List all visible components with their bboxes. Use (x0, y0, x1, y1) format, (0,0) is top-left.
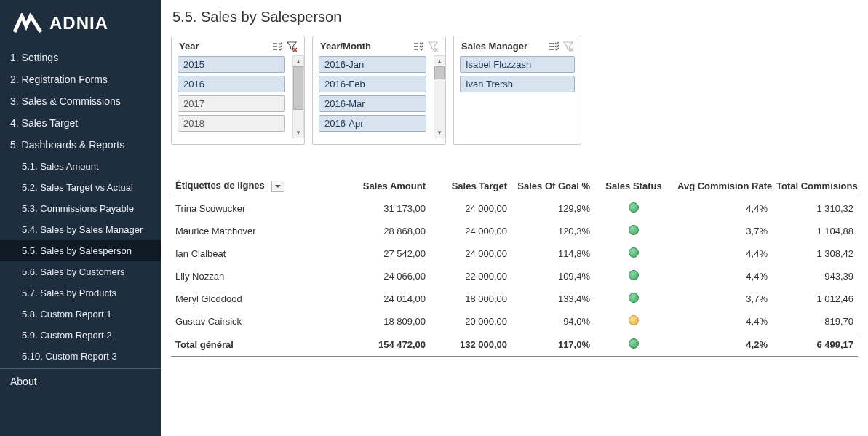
table-row[interactable]: Ian Clalbeat27 542,0024 000,00114,8%4,4%… (171, 242, 858, 265)
slicer-option[interactable]: 2017 (178, 95, 285, 112)
scroll-down-icon[interactable]: ▼ (434, 127, 445, 138)
cell-goal: 129,9% (511, 197, 594, 220)
slicer-mgr-title: Sales Manager (461, 41, 527, 52)
cell-status (594, 288, 673, 310)
cell-target: 24 000,00 (430, 242, 511, 265)
slicer-manager: Sales Manager Isabel FlozzashIvan Trersh (453, 36, 581, 145)
slicer-option[interactable]: 2016-Apr (319, 115, 426, 132)
cell-status (594, 220, 673, 242)
col-row-labels[interactable]: Étiquettes de lignes (171, 175, 331, 197)
cell-comm: 1 104,88 (772, 220, 858, 242)
scroll-up-icon[interactable]: ▲ (293, 56, 303, 66)
clear-filter-icon[interactable] (563, 41, 573, 52)
col-comm-rate[interactable]: Avg Commision Rate (673, 175, 772, 197)
cell-goal: 114,8% (511, 242, 594, 265)
cell-goal: 120,3% (511, 220, 594, 242)
cell-comm: 819,70 (772, 310, 858, 333)
nav-subitem[interactable]: 5.7. Sales by Products (0, 282, 161, 304)
cell-target: 22 000,00 (430, 265, 511, 288)
slicer-option[interactable]: 2016-Jan (319, 56, 426, 73)
cell-goal: 94,0% (511, 310, 594, 333)
clear-filter-icon[interactable] (287, 41, 297, 52)
nav-item[interactable]: 2. Registration Forms (0, 68, 161, 90)
cell-target: 20 000,00 (430, 310, 511, 333)
multiselect-icon[interactable] (272, 41, 282, 52)
nav-subitem[interactable]: 5.8. Custom Report 1 (0, 304, 161, 325)
status-dot-icon (629, 338, 639, 349)
pivot-table: Étiquettes de lignes Sales Amount Sales … (161, 175, 868, 357)
nav-subitem[interactable]: 5.2. Sales Target vs Actual (0, 177, 161, 198)
multiselect-icon[interactable] (549, 41, 559, 52)
nav-subitem[interactable]: 5.1. Sales Amount (0, 156, 161, 177)
slicer-year-title: Year (179, 41, 199, 52)
cell-target: 24 000,00 (430, 220, 511, 242)
cell-status (594, 197, 673, 220)
slicer-option[interactable]: 2016 (178, 76, 285, 92)
nav-subitem[interactable]: 5.9. Custom Report 2 (0, 325, 161, 346)
slicer-ym-title: Year/Month (320, 41, 371, 52)
cell-goal: 109,4% (511, 265, 594, 288)
cell-amount: 31 173,00 (331, 197, 430, 220)
multiselect-icon[interactable] (413, 41, 423, 52)
slicer-year-scrollbar[interactable]: ▲ ▼ (292, 55, 304, 138)
col-sales-amount[interactable]: Sales Amount (331, 175, 430, 197)
scroll-down-icon[interactable]: ▼ (293, 127, 303, 138)
logo-icon (13, 13, 42, 33)
cell-comm: 1 308,42 (772, 242, 858, 265)
cell-rate: 4,4% (673, 265, 772, 288)
nav-item[interactable]: 3. Sales & Commissions (0, 90, 161, 112)
nav-subitem[interactable]: 5.6. Sales by Customers (0, 261, 161, 282)
cell-name: Ian Clalbeat (171, 242, 331, 265)
table-row[interactable]: Lily Nozzan24 066,0022 000,00109,4%4,4%9… (171, 265, 858, 288)
table-total-row: Total général154 472,00132 000,00117,0%4… (171, 333, 858, 356)
cell-goal: 133,4% (511, 288, 594, 310)
cell-amount: 18 809,00 (331, 310, 430, 333)
nav-subitem[interactable]: 5.4. Sales by Sales Manager (0, 219, 161, 240)
table-row[interactable]: Gustav Cairsick18 809,0020 000,0094,0%4,… (171, 310, 858, 333)
cell-amount: 24 066,00 (331, 265, 430, 288)
filter-dropdown-icon[interactable] (271, 181, 284, 192)
table-row[interactable]: Trina Scowucker31 173,0024 000,00129,9%4… (171, 197, 858, 220)
slicer-row: Year 2015201620172018 ▲ ▼ Year/Month (161, 36, 868, 152)
cell-rate: 3,7% (673, 220, 772, 242)
slicer-option[interactable]: 2015 (178, 56, 285, 73)
status-dot-icon (629, 202, 639, 213)
cell-target: 24 000,00 (430, 197, 511, 220)
slicer-ym-scrollbar[interactable]: ▲ ▼ (434, 55, 445, 138)
scroll-up-icon[interactable]: ▲ (434, 56, 445, 66)
table-row[interactable]: Meryl Gloddood24 014,0018 000,00133,4%3,… (171, 288, 858, 310)
slicer-option[interactable]: Isabel Flozzash (460, 56, 575, 73)
status-dot-icon (629, 225, 639, 235)
status-dot-icon (629, 247, 639, 258)
col-sales-target[interactable]: Sales Target (430, 175, 511, 197)
cell-name: Trina Scowucker (171, 197, 331, 220)
cell-target: 132 000,00 (430, 333, 511, 356)
table-row[interactable]: Maurice Matchover28 868,0024 000,00120,3… (171, 220, 858, 242)
nav-item[interactable]: 1. Settings (0, 47, 161, 68)
clear-filter-icon[interactable] (428, 41, 438, 52)
col-row-labels-text: Étiquettes de lignes (175, 180, 265, 191)
nav-subitem[interactable]: 5.5. Sales by Salesperson (0, 240, 161, 261)
cell-amount: 27 542,00 (331, 242, 430, 265)
slicer-option[interactable]: Ivan Trersh (460, 76, 575, 92)
slicer-year: Year 2015201620172018 ▲ ▼ (171, 36, 305, 145)
slicer-option[interactable]: 2016-Feb (319, 76, 426, 92)
col-total-comm[interactable]: Total Commisions (772, 175, 858, 197)
nav-subitem[interactable]: 5.10. Custom Report 3 (0, 346, 161, 367)
nav-subitem[interactable]: 5.3. Commissions Payable (0, 198, 161, 219)
nav-item[interactable]: 5. Dashboards & Reports (0, 134, 161, 156)
cell-status (594, 310, 673, 333)
cell-rate: 4,4% (673, 242, 772, 265)
brand-logo: ADNIA (0, 7, 161, 47)
cell-rate: 4,2% (673, 333, 772, 356)
brand-name: ADNIA (49, 13, 108, 33)
slicer-option[interactable]: 2016-Mar (319, 95, 426, 112)
nav-about[interactable]: About (0, 370, 161, 392)
table-header-row: Étiquettes de lignes Sales Amount Sales … (171, 175, 858, 197)
col-status[interactable]: Sales Status (594, 175, 673, 197)
page-title: 5.5. Sales by Salesperson (161, 0, 868, 36)
nav-item[interactable]: 4. Sales Target (0, 112, 161, 134)
slicer-option[interactable]: 2018 (178, 115, 285, 132)
col-goal-pct[interactable]: Sales Of Goal % (511, 175, 594, 197)
cell-name: Meryl Gloddood (171, 288, 331, 310)
